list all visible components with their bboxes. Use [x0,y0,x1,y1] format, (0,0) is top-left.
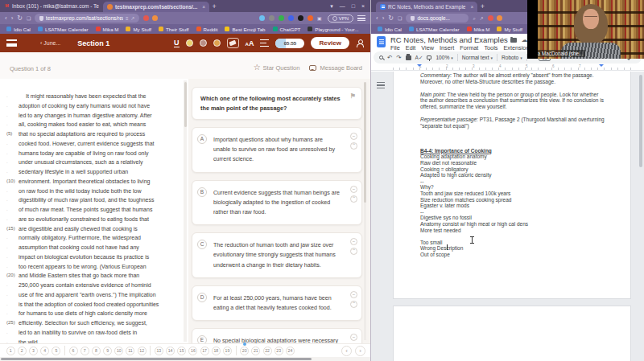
star-doc-icon[interactable]: ☆ [500,36,506,43]
extension-icon[interactable] [298,15,303,21]
highlighter-orange-icon[interactable] [213,39,221,47]
doc-title[interactable]: RC Notes, Methods and Examples [390,35,508,44]
collapse-icon[interactable]: ⌃ [350,142,357,150]
answer-letter[interactable]: D [197,293,207,302]
extension-icon[interactable] [143,15,149,21]
answer-letter[interactable]: E [197,335,207,343]
menu-view[interactable]: View [421,44,434,51]
app-menu-icon[interactable] [6,39,17,47]
tab-docs[interactable]: RC Notes, Methods and Example × [376,2,477,12]
question-number-button[interactable]: 8 [92,347,101,355]
minimize-button[interactable]: — [340,3,345,10]
bookmark-item[interactable]: Idio Cal [6,27,31,32]
question-number-button[interactable]: 14 [166,347,175,355]
doc-page-2[interactable] [393,306,631,361]
answer-card[interactable]: ENo special biological adaptations were … [192,328,362,343]
container-tab-icon[interactable]: ▣ [317,16,322,21]
answer-letter[interactable]: A [197,134,207,144]
undo-icon[interactable]: ↶ [387,55,392,61]
reader-mode-icon[interactable]: ≡ [126,16,129,21]
left-indent-marker[interactable] [417,64,422,69]
reload-icon[interactable]: ↻ [388,15,394,22]
answer-letter[interactable]: B [197,187,207,197]
message-board-button[interactable]: Message Board [309,64,362,72]
docs-scrollbar[interactable] [639,75,642,167]
bookmark-item[interactable]: Mika M [467,27,490,32]
question-number-button[interactable]: 7 [80,347,89,355]
bookmark-item[interactable]: LSATMax Calendar [409,27,460,32]
extension-icon[interactable] [288,15,294,21]
extension-icon[interactable] [497,15,502,21]
question-number-button[interactable]: 6 [69,347,78,355]
share-icon[interactable]: ↗ [480,16,484,21]
back-icon[interactable]: ‹ [5,15,7,22]
close-button[interactable]: × [361,3,365,10]
reload-icon[interactable]: ↻ [17,15,23,22]
answer-letter[interactable]: C [197,240,207,249]
bookmark-icon[interactable]: ❏ [398,16,402,21]
right-indent-marker[interactable] [599,64,604,69]
menu-tools[interactable]: Tools [484,44,497,51]
menu-file[interactable]: File [390,44,400,51]
share-icon[interactable]: ↗ [130,15,134,21]
question-number-button[interactable]: 13 [155,347,163,355]
extension-icon[interactable] [279,15,284,21]
bookmark-item[interactable]: My Stuff [497,27,522,32]
zoom-select[interactable]: 100%▾ [436,55,452,60]
review-button[interactable]: Review [311,37,349,49]
question-number-button[interactable]: 24 [286,347,295,355]
address-bar[interactable]: docs.google... [406,14,469,23]
question-number-button[interactable]: 20 [240,347,249,355]
collapse-icon[interactable]: ⌃ [350,248,357,255]
answer-card[interactable]: BCurrent evidence suggests that human be… [192,180,362,226]
new-tab-button[interactable]: + [477,2,487,10]
bookmark-item[interactable]: Mika M [96,27,119,32]
forward-icon[interactable]: › [11,15,14,22]
line-spacing-icon[interactable] [260,39,269,47]
font-select[interactable]: Roboto▾ [502,55,522,60]
eraser-tool-icon[interactable] [227,38,239,48]
extension-icon[interactable] [259,15,265,21]
eliminate-icon[interactable]: − [350,334,357,341]
tab-close-icon[interactable]: × [470,4,473,10]
question-number-button[interactable]: 9 [103,347,112,355]
answer-card[interactable]: AImportant questions about why humans ar… [192,127,362,173]
answers-scrollbar[interactable] [364,82,366,340]
vpn-button[interactable]: VPN [328,14,353,23]
media-indicator-icon[interactable]: ▾ [330,3,333,10]
question-number-button[interactable]: 15 [177,347,186,355]
bookmark-item[interactable]: Best Emoji Tab [225,27,265,32]
question-number-button[interactable]: 1 [6,347,15,355]
eliminate-icon[interactable]: − [350,291,357,298]
address-bar[interactable]: testmaxprep.com/lsat/sections/readi... ≡… [35,14,139,23]
answer-card[interactable]: CThe reduction of human tooth and jaw si… [192,232,362,278]
flag-icon[interactable]: ⚑ [350,92,356,101]
menu-edit[interactable]: Edit [406,44,416,51]
extension-icon[interactable] [152,15,158,21]
google-docs-icon[interactable] [377,36,386,47]
bookmark-icon[interactable]: ❏ [27,16,31,21]
menu-format[interactable]: Format [460,44,478,51]
question-number-button[interactable]: 18 [212,347,221,355]
question-number-button[interactable]: 2 [18,347,27,355]
account-icon[interactable] [356,39,364,47]
bookmark-item[interactable]: Their Stuff [159,27,188,32]
question-number-button[interactable]: 16 [188,347,197,355]
question-number-button[interactable]: 5 [52,347,60,355]
star-question-button[interactable]: ☆ Star Question [254,64,300,72]
bookmark-item[interactable]: Reddit [196,27,218,32]
question-number-button[interactable]: 23 [275,347,283,355]
menu-insert[interactable]: Insert [440,44,454,51]
underline-tool-icon[interactable]: U [174,39,180,47]
bookmark-item[interactable]: Playground - Your... [308,27,358,32]
tab-close-icon[interactable]: × [202,4,205,10]
question-number-button[interactable]: 10 [114,347,123,355]
print-icon[interactable] [406,55,411,60]
redo-icon[interactable]: ↷ [396,55,401,61]
question-number-button[interactable]: 4 [40,347,49,355]
question-number-button[interactable]: 12 [138,347,147,355]
highlighter-pink-icon[interactable] [200,39,207,47]
document-outline-icon[interactable] [377,82,385,88]
question-number-button[interactable]: 21 [251,347,260,355]
tab-gmail[interactable]: M Inbox (101) - mika@lsatmax.com - Te [0,0,103,12]
